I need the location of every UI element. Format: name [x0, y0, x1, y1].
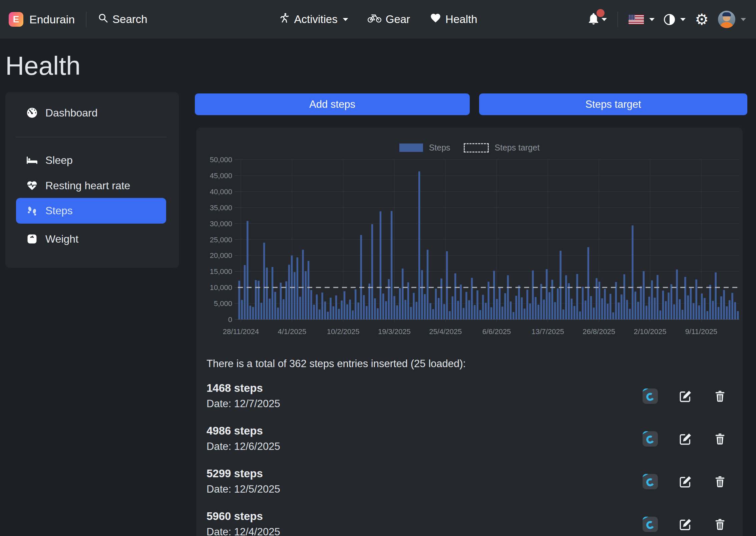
svg-text:9/11/2025: 9/11/2025	[685, 327, 717, 336]
bed-icon	[26, 155, 38, 165]
user-menu[interactable]	[718, 11, 746, 28]
health-sidebar: Dashboard Sleep Resting heart rate	[5, 92, 179, 268]
chevron-down-icon	[680, 18, 686, 21]
us-flag-icon	[629, 15, 644, 24]
primary-nav: Activities Gear Health	[279, 12, 477, 26]
add-steps-button[interactable]: Add steps	[195, 93, 470, 115]
edit-icon[interactable]	[679, 432, 693, 446]
sidebar-label: Sleep	[45, 154, 73, 167]
speedometer-icon	[26, 107, 38, 119]
sidebar-item-resting-heart-rate[interactable]: Resting heart rate	[16, 175, 166, 196]
garmin-connect-icon[interactable]: GARMIN.	[643, 388, 658, 404]
steps-card: Steps Steps target 50,00045,00040,00035,…	[196, 127, 743, 536]
entry-date: Date: 12/7/2025	[207, 398, 280, 410]
garmin-connect-icon[interactable]: GARMIN.	[643, 474, 658, 489]
scale-icon	[26, 233, 38, 245]
edit-icon[interactable]	[679, 475, 693, 489]
svg-text:25/4/2025: 25/4/2025	[429, 327, 462, 336]
entry-date: Date: 12/4/2025	[207, 526, 280, 536]
heart-pulse-icon	[26, 180, 38, 191]
garmin-connect-icon[interactable]: GARMIN.	[643, 431, 658, 447]
entry-actions: GARMIN.	[643, 517, 733, 532]
entries-summary: There is a total of 362 steps entries in…	[207, 358, 466, 370]
steps-target-button[interactable]: Steps target	[479, 93, 747, 115]
chevron-down-icon	[343, 18, 348, 21]
circle-half-icon	[664, 14, 675, 25]
legend-steps-swatch[interactable]	[399, 144, 423, 152]
nav-item-gear[interactable]: Gear	[368, 13, 410, 26]
sidebar-label: Resting heart rate	[45, 180, 130, 192]
trash-icon[interactable]	[713, 432, 727, 446]
footprints-icon	[26, 205, 38, 217]
svg-text:30,000: 30,000	[210, 220, 232, 228]
nav-item-activities[interactable]: Activities	[279, 12, 348, 26]
chevron-down-icon	[602, 18, 607, 21]
theme-menu[interactable]	[664, 14, 686, 25]
svg-text:28/11/2024: 28/11/2024	[223, 327, 259, 336]
sidebar-item-dashboard[interactable]: Dashboard	[16, 102, 166, 123]
legend-steps-label[interactable]: Steps	[429, 143, 450, 153]
sidebar-item-steps[interactable]: Steps	[16, 198, 166, 224]
entry-date: Date: 12/6/2025	[207, 441, 280, 453]
entry-actions: GARMIN.	[643, 474, 733, 489]
sidebar-label: Dashboard	[45, 107, 98, 119]
svg-text:50,000: 50,000	[210, 156, 232, 164]
search-button[interactable]: Search	[98, 13, 147, 26]
sidebar-item-sleep[interactable]: Sleep	[16, 150, 166, 171]
svg-text:13/7/2025: 13/7/2025	[531, 327, 564, 336]
chart-legend: Steps Steps target	[196, 143, 743, 153]
nav-label-activities: Activities	[294, 13, 338, 26]
sidebar-item-weight[interactable]: Weight	[16, 228, 166, 250]
sidebar-divider	[16, 137, 167, 137]
svg-text:6/6/2025: 6/6/2025	[482, 327, 511, 336]
svg-text:5,000: 5,000	[214, 299, 232, 308]
search-label: Search	[112, 13, 147, 26]
entry-date: Date: 12/5/2025	[207, 483, 280, 495]
legend-target-swatch[interactable]	[464, 143, 489, 153]
svg-text:10,000: 10,000	[210, 283, 232, 292]
settings-button[interactable]: ⚙	[695, 12, 709, 27]
nav-item-health[interactable]: Health	[429, 12, 477, 26]
svg-text:20,000: 20,000	[210, 251, 232, 260]
sidebar-label: Weight	[45, 233, 78, 245]
endurain-logo-icon: E	[9, 12, 23, 27]
entry-actions: GARMIN.	[643, 431, 733, 447]
navbar-divider	[86, 12, 86, 27]
edit-icon[interactable]	[679, 517, 693, 531]
entry-steps-value: 5299 steps	[207, 467, 263, 480]
svg-text:35,000: 35,000	[210, 204, 232, 212]
svg-text:10/2/2025: 10/2/2025	[327, 327, 360, 336]
chevron-down-icon	[649, 18, 655, 21]
nav-label-gear: Gear	[386, 13, 410, 26]
entry-steps-value: 1468 steps	[207, 382, 263, 394]
language-menu[interactable]	[629, 15, 655, 24]
steps-bar-chart[interactable]: 50,00045,00040,00035,00030,00025,00020,0…	[196, 156, 743, 350]
svg-text:45,000: 45,000	[210, 172, 232, 180]
legend-target-label[interactable]: Steps target	[495, 143, 540, 153]
brand[interactable]: E Endurain	[9, 12, 75, 27]
running-icon	[279, 12, 290, 26]
trash-icon[interactable]	[713, 518, 727, 531]
top-navbar: E Endurain Search Activities	[0, 0, 756, 39]
notifications-menu[interactable]	[587, 12, 607, 27]
svg-text:25,000: 25,000	[210, 236, 232, 244]
navbar-actions: ⚙	[587, 11, 746, 28]
garmin-connect-icon[interactable]: GARMIN.	[643, 517, 658, 532]
svg-text:19/3/2025: 19/3/2025	[378, 327, 411, 336]
gear-icon: ⚙	[695, 12, 709, 27]
health-steps-page: { "navbar": { "brand": "Endurain", "sear…	[0, 0, 756, 536]
nav-label-health: Health	[445, 13, 477, 26]
svg-text:40,000: 40,000	[210, 188, 232, 196]
svg-text:4/1/2025: 4/1/2025	[278, 327, 307, 336]
trash-icon[interactable]	[713, 389, 727, 403]
chevron-down-icon	[741, 18, 746, 21]
entry-steps-value: 4986 steps	[207, 425, 263, 437]
edit-icon[interactable]	[679, 389, 693, 403]
entry-steps-value: 5960 steps	[207, 510, 263, 523]
svg-text:15,000: 15,000	[210, 267, 232, 276]
trash-icon[interactable]	[713, 475, 727, 488]
brand-name: Endurain	[29, 13, 75, 26]
svg-text:26/8/2025: 26/8/2025	[583, 327, 615, 336]
search-icon	[98, 13, 108, 26]
svg-text:0: 0	[228, 315, 232, 324]
